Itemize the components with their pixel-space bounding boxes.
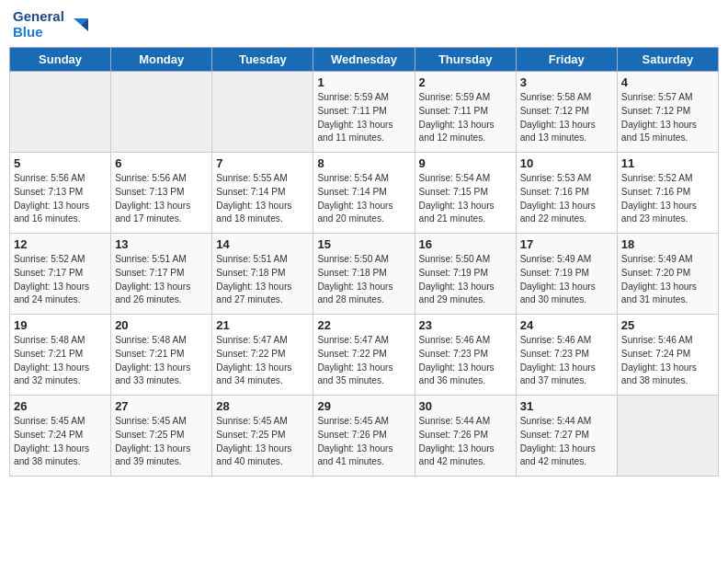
day-info: Sunrise: 5:50 AMSunset: 7:19 PMDaylight:… bbox=[419, 253, 512, 307]
calendar-week-1: 5Sunrise: 5:56 AMSunset: 7:13 PMDaylight… bbox=[10, 153, 719, 234]
day-number: 3 bbox=[520, 75, 613, 89]
calendar-week-4: 26Sunrise: 5:45 AMSunset: 7:24 PMDayligh… bbox=[10, 396, 719, 477]
calendar-day-17: 17Sunrise: 5:49 AMSunset: 7:19 PMDayligh… bbox=[516, 234, 617, 315]
calendar-day-28: 28Sunrise: 5:45 AMSunset: 7:25 PMDayligh… bbox=[212, 396, 313, 477]
calendar-empty bbox=[617, 396, 718, 477]
day-number: 7 bbox=[216, 156, 309, 170]
day-number: 9 bbox=[419, 156, 512, 170]
day-number: 14 bbox=[216, 237, 309, 251]
calendar-day-5: 5Sunrise: 5:56 AMSunset: 7:13 PMDaylight… bbox=[10, 153, 111, 234]
day-info: Sunrise: 5:46 AMSunset: 7:24 PMDaylight:… bbox=[621, 334, 714, 388]
calendar-day-12: 12Sunrise: 5:52 AMSunset: 7:17 PMDayligh… bbox=[10, 234, 111, 315]
day-info: Sunrise: 5:52 AMSunset: 7:16 PMDaylight:… bbox=[621, 172, 714, 226]
day-info: Sunrise: 5:47 AMSunset: 7:22 PMDaylight:… bbox=[317, 334, 410, 388]
calendar-header: General Blue bbox=[9, 9, 719, 40]
day-number: 29 bbox=[317, 399, 410, 413]
day-number: 11 bbox=[621, 156, 714, 170]
day-info: Sunrise: 5:44 AMSunset: 7:27 PMDaylight:… bbox=[520, 415, 613, 469]
calendar-day-18: 18Sunrise: 5:49 AMSunset: 7:20 PMDayligh… bbox=[617, 234, 718, 315]
day-info: Sunrise: 5:49 AMSunset: 7:19 PMDaylight:… bbox=[520, 253, 613, 307]
day-number: 28 bbox=[216, 399, 309, 413]
calendar-day-21: 21Sunrise: 5:47 AMSunset: 7:22 PMDayligh… bbox=[212, 315, 313, 396]
day-info: Sunrise: 5:51 AMSunset: 7:17 PMDaylight:… bbox=[115, 253, 208, 307]
day-number: 18 bbox=[621, 237, 714, 251]
day-number: 23 bbox=[419, 318, 512, 332]
day-number: 24 bbox=[520, 318, 613, 332]
day-info: Sunrise: 5:49 AMSunset: 7:20 PMDaylight:… bbox=[621, 253, 714, 307]
day-info: Sunrise: 5:48 AMSunset: 7:21 PMDaylight:… bbox=[14, 334, 107, 388]
days-header-row: SundayMondayTuesdayWednesdayThursdayFrid… bbox=[10, 48, 719, 72]
day-info: Sunrise: 5:54 AMSunset: 7:15 PMDaylight:… bbox=[419, 172, 512, 226]
day-info: Sunrise: 5:48 AMSunset: 7:21 PMDaylight:… bbox=[115, 334, 208, 388]
calendar-day-6: 6Sunrise: 5:56 AMSunset: 7:13 PMDaylight… bbox=[111, 153, 212, 234]
day-number: 19 bbox=[14, 318, 107, 332]
day-info: Sunrise: 5:50 AMSunset: 7:18 PMDaylight:… bbox=[317, 253, 410, 307]
calendar-day-2: 2Sunrise: 5:59 AMSunset: 7:11 PMDaylight… bbox=[415, 72, 516, 153]
calendar-day-24: 24Sunrise: 5:46 AMSunset: 7:23 PMDayligh… bbox=[516, 315, 617, 396]
day-number: 31 bbox=[520, 399, 613, 413]
calendar-day-9: 9Sunrise: 5:54 AMSunset: 7:15 PMDaylight… bbox=[415, 153, 516, 234]
day-info: Sunrise: 5:54 AMSunset: 7:14 PMDaylight:… bbox=[317, 172, 410, 226]
day-number: 6 bbox=[115, 156, 208, 170]
calendar-day-20: 20Sunrise: 5:48 AMSunset: 7:21 PMDayligh… bbox=[111, 315, 212, 396]
calendar-day-4: 4Sunrise: 5:57 AMSunset: 7:12 PMDaylight… bbox=[617, 72, 718, 153]
calendar-day-1: 1Sunrise: 5:59 AMSunset: 7:11 PMDaylight… bbox=[313, 72, 415, 153]
day-number: 2 bbox=[419, 75, 512, 89]
day-info: Sunrise: 5:55 AMSunset: 7:14 PMDaylight:… bbox=[216, 172, 309, 226]
day-header-tuesday: Tuesday bbox=[212, 48, 313, 72]
day-number: 22 bbox=[317, 318, 410, 332]
day-info: Sunrise: 5:45 AMSunset: 7:24 PMDaylight:… bbox=[14, 415, 107, 469]
logo-general: General bbox=[13, 8, 64, 24]
calendar-week-0: 1Sunrise: 5:59 AMSunset: 7:11 PMDaylight… bbox=[10, 72, 719, 153]
day-info: Sunrise: 5:46 AMSunset: 7:23 PMDaylight:… bbox=[419, 334, 512, 388]
calendar-empty bbox=[111, 72, 212, 153]
calendar-day-27: 27Sunrise: 5:45 AMSunset: 7:25 PMDayligh… bbox=[111, 396, 212, 477]
logo-blue: Blue bbox=[13, 24, 43, 40]
day-info: Sunrise: 5:59 AMSunset: 7:11 PMDaylight:… bbox=[419, 91, 512, 145]
day-info: Sunrise: 5:59 AMSunset: 7:11 PMDaylight:… bbox=[317, 91, 410, 145]
day-number: 26 bbox=[14, 399, 107, 413]
day-info: Sunrise: 5:52 AMSunset: 7:17 PMDaylight:… bbox=[14, 253, 107, 307]
day-info: Sunrise: 5:51 AMSunset: 7:18 PMDaylight:… bbox=[216, 253, 309, 307]
calendar-day-23: 23Sunrise: 5:46 AMSunset: 7:23 PMDayligh… bbox=[415, 315, 516, 396]
day-number: 16 bbox=[419, 237, 512, 251]
day-info: Sunrise: 5:44 AMSunset: 7:26 PMDaylight:… bbox=[419, 415, 512, 469]
calendar-day-19: 19Sunrise: 5:48 AMSunset: 7:21 PMDayligh… bbox=[10, 315, 111, 396]
day-header-saturday: Saturday bbox=[617, 48, 718, 72]
calendar-day-29: 29Sunrise: 5:45 AMSunset: 7:26 PMDayligh… bbox=[313, 396, 415, 477]
calendar-day-15: 15Sunrise: 5:50 AMSunset: 7:18 PMDayligh… bbox=[313, 234, 415, 315]
day-info: Sunrise: 5:46 AMSunset: 7:23 PMDaylight:… bbox=[520, 334, 613, 388]
calendar-empty bbox=[10, 72, 111, 153]
calendar-day-16: 16Sunrise: 5:50 AMSunset: 7:19 PMDayligh… bbox=[415, 234, 516, 315]
day-info: Sunrise: 5:56 AMSunset: 7:13 PMDaylight:… bbox=[14, 172, 107, 226]
logo-bird-icon bbox=[68, 15, 88, 35]
day-number: 17 bbox=[520, 237, 613, 251]
day-number: 5 bbox=[14, 156, 107, 170]
day-number: 15 bbox=[317, 237, 410, 251]
day-number: 12 bbox=[14, 237, 107, 251]
day-info: Sunrise: 5:45 AMSunset: 7:25 PMDaylight:… bbox=[216, 415, 309, 469]
calendar-day-30: 30Sunrise: 5:44 AMSunset: 7:26 PMDayligh… bbox=[415, 396, 516, 477]
day-info: Sunrise: 5:53 AMSunset: 7:16 PMDaylight:… bbox=[520, 172, 613, 226]
day-number: 20 bbox=[115, 318, 208, 332]
calendar-day-8: 8Sunrise: 5:54 AMSunset: 7:14 PMDaylight… bbox=[313, 153, 415, 234]
calendar-day-7: 7Sunrise: 5:55 AMSunset: 7:14 PMDaylight… bbox=[212, 153, 313, 234]
calendar-day-3: 3Sunrise: 5:58 AMSunset: 7:12 PMDaylight… bbox=[516, 72, 617, 153]
day-header-sunday: Sunday bbox=[10, 48, 111, 72]
calendar-week-2: 12Sunrise: 5:52 AMSunset: 7:17 PMDayligh… bbox=[10, 234, 719, 315]
day-header-thursday: Thursday bbox=[415, 48, 516, 72]
day-header-monday: Monday bbox=[111, 48, 212, 72]
day-info: Sunrise: 5:45 AMSunset: 7:25 PMDaylight:… bbox=[115, 415, 208, 469]
day-number: 30 bbox=[419, 399, 512, 413]
day-info: Sunrise: 5:45 AMSunset: 7:26 PMDaylight:… bbox=[317, 415, 410, 469]
calendar-day-25: 25Sunrise: 5:46 AMSunset: 7:24 PMDayligh… bbox=[617, 315, 718, 396]
calendar-empty bbox=[212, 72, 313, 153]
calendar-day-22: 22Sunrise: 5:47 AMSunset: 7:22 PMDayligh… bbox=[313, 315, 415, 396]
day-number: 27 bbox=[115, 399, 208, 413]
day-info: Sunrise: 5:47 AMSunset: 7:22 PMDaylight:… bbox=[216, 334, 309, 388]
day-number: 21 bbox=[216, 318, 309, 332]
day-header-friday: Friday bbox=[516, 48, 617, 72]
calendar-day-26: 26Sunrise: 5:45 AMSunset: 7:24 PMDayligh… bbox=[10, 396, 111, 477]
day-number: 13 bbox=[115, 237, 208, 251]
calendar-day-14: 14Sunrise: 5:51 AMSunset: 7:18 PMDayligh… bbox=[212, 234, 313, 315]
